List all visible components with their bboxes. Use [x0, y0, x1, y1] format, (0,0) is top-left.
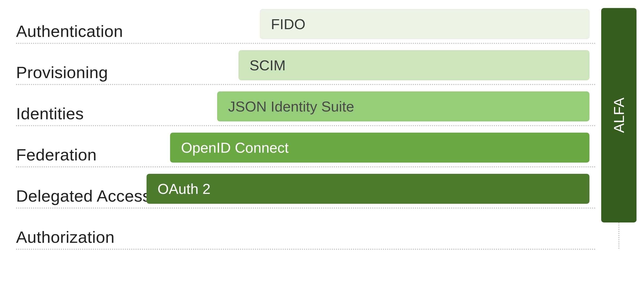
- row-authorization: Authorization: [16, 219, 596, 250]
- tech-bar: JSON Identity Suite: [217, 91, 589, 121]
- tech-bar: FIDO: [260, 9, 589, 39]
- row-label: Federation: [16, 145, 97, 164]
- row-label: Authorization: [16, 228, 114, 247]
- alfa-column: ALFA: [601, 8, 637, 222]
- row-label: Authentication: [16, 22, 123, 41]
- row-federation: FederationOpenID Connect: [16, 137, 596, 167]
- tech-bar: OpenID Connect: [170, 133, 589, 163]
- tech-bar: OAuth 2: [147, 174, 589, 204]
- row-provisioning: ProvisioningSCIM: [16, 55, 596, 85]
- row-label: Identities: [16, 104, 84, 123]
- row-label: Delegated Access: [16, 186, 151, 205]
- tech-bar: SCIM: [239, 50, 589, 80]
- row-label: Provisioning: [16, 63, 108, 82]
- row-delegated-access: Delegated AccessOAuth 2: [16, 178, 596, 209]
- row-authentication: AuthenticationFIDO: [16, 13, 596, 44]
- row-identities: IdentitiesJSON Identity Suite: [16, 96, 596, 126]
- alfa-connector: [618, 222, 619, 249]
- alfa-label: ALFA: [611, 98, 627, 133]
